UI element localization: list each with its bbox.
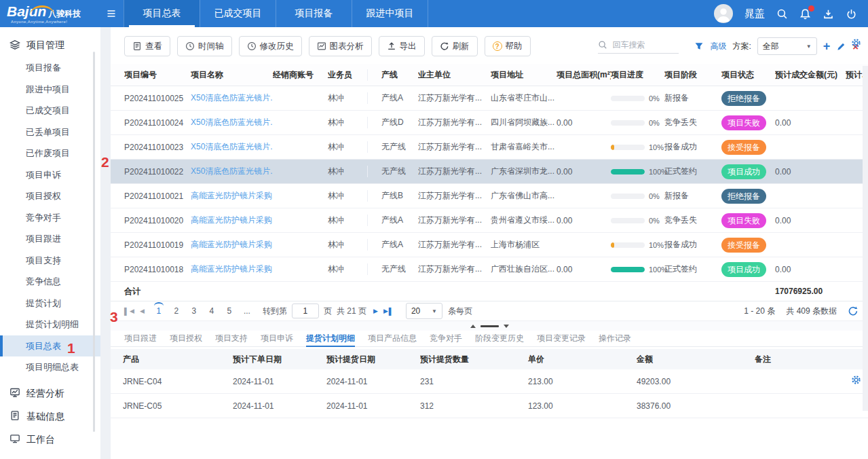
- detail-tab[interactable]: 项目变更记录: [537, 331, 586, 346]
- detail-tab[interactable]: 项目支持: [215, 331, 248, 346]
- last-page-icon[interactable]: ▶▌: [383, 308, 394, 315]
- page-number[interactable]: 5: [223, 304, 235, 318]
- filter-funnel-icon[interactable]: [694, 41, 704, 51]
- sidebar-section-workbench[interactable]: 工作台: [0, 428, 100, 452]
- sidebar-scrollbar[interactable]: [93, 52, 95, 432]
- timeline-button[interactable]: 时间轴: [177, 36, 232, 56]
- cell-project-name-link[interactable]: X50清底色防蓝光镜片...: [191, 141, 273, 153]
- sidebar-item[interactable]: 竞争对手: [0, 207, 100, 229]
- detail-tab[interactable]: 项目授权: [170, 331, 202, 346]
- column-header[interactable]: 产线: [368, 69, 418, 81]
- cell-project-name-link[interactable]: 高能蓝光防护镜片采购...: [191, 239, 273, 251]
- cell-project-name-link[interactable]: 高能蓝光防护镜片采购...: [191, 190, 273, 202]
- download-icon[interactable]: [823, 8, 834, 20]
- table-row[interactable]: P202411010020高能蓝光防护镜片采购...林冲产线A江苏万新光学有..…: [111, 208, 868, 233]
- username-label[interactable]: 晁盖: [744, 7, 765, 20]
- sidebar-item[interactable]: 已作废项目: [0, 143, 100, 164]
- page-number[interactable]: 4: [206, 304, 218, 318]
- column-header[interactable]: 业务员: [328, 69, 368, 81]
- table-row[interactable]: P202411010024X50清底色防蓝光镜片...林冲产线D江苏万新光学有.…: [111, 111, 868, 135]
- next-page-icon[interactable]: ▶: [373, 308, 378, 314]
- advanced-search-link[interactable]: 高级: [710, 41, 726, 52]
- sidebar-item[interactable]: 项目明细总表: [0, 356, 100, 378]
- column-header[interactable]: 经销商账号: [273, 69, 328, 81]
- add-scheme-icon[interactable]: +: [823, 40, 831, 52]
- page-number[interactable]: 1: [153, 304, 165, 318]
- sidebar-item[interactable]: 已丢单项目: [0, 122, 100, 143]
- sidebar-item[interactable]: 项目支持: [0, 250, 100, 272]
- detail-tab[interactable]: 项目产品信息: [368, 331, 417, 346]
- menu-toggle-icon[interactable]: [99, 8, 124, 19]
- cell-project-name-link[interactable]: X50清底色防蓝光镜片...: [191, 92, 273, 104]
- vertical-scrollbar[interactable]: [863, 66, 868, 411]
- splitter-drag-handle[interactable]: [480, 325, 499, 327]
- page-number[interactable]: ...: [241, 304, 253, 318]
- edit-pencil-icon[interactable]: [836, 41, 846, 52]
- detail-tab[interactable]: 阶段变更历史: [475, 331, 524, 346]
- column-header[interactable]: 业主单位: [418, 69, 491, 81]
- edit-history-button[interactable]: 修改历史: [239, 36, 302, 56]
- table-row[interactable]: P202411010019高能蓝光防护镜片采购...林冲产线A江苏万新光学有..…: [111, 233, 868, 257]
- sidebar-section-project-management[interactable]: 项目管理: [0, 34, 100, 57]
- column-header[interactable]: 预计成交金额(元): [775, 69, 846, 81]
- page-number[interactable]: 2: [170, 304, 183, 318]
- detail-row[interactable]: JRNE-C052024-11-012024-11-01312123.00383…: [111, 394, 868, 418]
- sidebar-section-basic-info[interactable]: 基础信息: [0, 405, 100, 428]
- cell-project-name-link[interactable]: 高能蓝光防护镜片采购...: [191, 215, 273, 226]
- column-header[interactable]: 项目名称: [191, 69, 273, 81]
- export-button[interactable]: 导出: [379, 36, 425, 56]
- table-row[interactable]: P202411010023X50清底色防蓝光镜片...林冲无产线江苏万新光学有.…: [111, 135, 868, 160]
- view-button[interactable]: 查看: [124, 36, 170, 56]
- top-tab[interactable]: 项目报备: [276, 0, 352, 27]
- sidebar-section-business-analysis[interactable]: 经营分析: [0, 382, 100, 405]
- detail-row[interactable]: JRNE-C042024-11-012024-11-01231213.00492…: [111, 369, 868, 394]
- top-tab[interactable]: 已成交项目: [200, 0, 276, 27]
- sidebar-item[interactable]: 项目总表: [0, 335, 100, 357]
- power-logout-icon[interactable]: [846, 8, 857, 20]
- splitter-expand-icon[interactable]: [470, 325, 476, 328]
- scheme-select[interactable]: 全部 ▼: [757, 37, 817, 55]
- splitter-collapse-icon[interactable]: [504, 325, 509, 328]
- refresh-button[interactable]: 刷新: [432, 36, 478, 56]
- table-row[interactable]: P202411010018高能蓝光防护镜片采购...林冲无产线江苏万新光学有..…: [111, 257, 868, 282]
- sidebar-item[interactable]: 已成交项目: [0, 100, 100, 122]
- chart-analysis-button[interactable]: 图表分析: [309, 36, 372, 56]
- search-icon[interactable]: [776, 8, 788, 20]
- cell-project-name-link[interactable]: X50清底色防蓝光镜片...: [191, 166, 273, 177]
- prev-page-icon[interactable]: ◀: [140, 308, 145, 314]
- top-tab[interactable]: 项目总表: [124, 0, 200, 27]
- column-header[interactable]: 项目地址: [491, 69, 556, 81]
- column-header[interactable]: 项目阶段: [664, 69, 721, 81]
- notification-bell-icon[interactable]: [799, 8, 811, 20]
- page-size-select[interactable]: 20 ▼: [406, 303, 442, 319]
- table-row[interactable]: P202411010022X50清底色防蓝光镜片...林冲无产线江苏万新光学有.…: [111, 160, 868, 184]
- sidebar-item[interactable]: 项目授权: [0, 185, 100, 207]
- search-input[interactable]: [611, 39, 679, 50]
- cell-project-name-link[interactable]: X50清底色防蓝光镜片...: [191, 117, 273, 128]
- detail-tab[interactable]: 项目申诉: [261, 331, 293, 346]
- detail-tab[interactable]: 操作记录: [599, 331, 631, 346]
- sidebar-item[interactable]: 项目跟进: [0, 228, 100, 250]
- detail-tab[interactable]: 项目跟进: [124, 331, 157, 346]
- goto-page-input[interactable]: [292, 304, 319, 318]
- column-header[interactable]: 项目状态: [721, 69, 775, 81]
- sidebar-item[interactable]: 提货计划: [0, 293, 100, 314]
- first-page-icon[interactable]: ▌◀: [124, 308, 134, 315]
- detail-tab[interactable]: 竞争对手: [430, 331, 462, 346]
- column-header[interactable]: 项目总面积(m²): [556, 69, 611, 81]
- top-tab[interactable]: 跟进中项目: [352, 0, 428, 27]
- column-header[interactable]: 项目进度: [611, 69, 664, 81]
- cell-project-name-link[interactable]: 高能蓝光防护镜片采购...: [191, 263, 273, 275]
- detail-tab[interactable]: 提货计划明细: [306, 331, 355, 346]
- sidebar-item[interactable]: 项目报备: [0, 57, 100, 79]
- sidebar-item[interactable]: 跟进中项目: [0, 79, 100, 100]
- column-settings-gear-icon[interactable]: [851, 38, 861, 48]
- sidebar-item[interactable]: 提货计划明细: [0, 314, 100, 335]
- sidebar-item[interactable]: 项目申诉: [0, 164, 100, 186]
- table-row[interactable]: P202411010025X50清底色防蓝光镜片...林冲产线A江苏万新光学有.…: [111, 86, 868, 111]
- detail-column-settings-gear-icon[interactable]: [851, 375, 861, 385]
- sidebar-item[interactable]: 竞争信息: [0, 271, 100, 293]
- table-row[interactable]: P202411010021高能蓝光防护镜片采购...林冲产线B江苏万新光学有..…: [111, 184, 868, 208]
- reload-data-icon[interactable]: [848, 306, 858, 316]
- help-button[interactable]: ? 帮助: [485, 36, 531, 56]
